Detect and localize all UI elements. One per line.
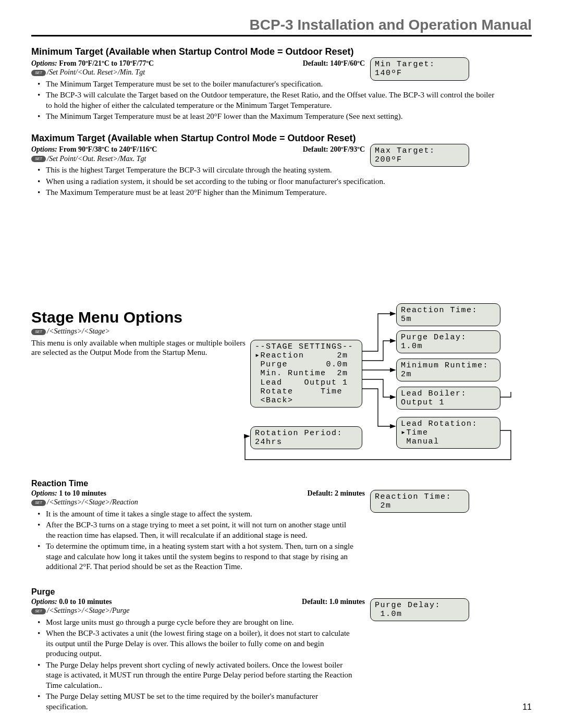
set-icon: SET bbox=[31, 608, 46, 614]
purge-options: Options: 0.0 to 10 minutes bbox=[31, 597, 112, 607]
max-target-heading: Maximum Target (Available when Startup C… bbox=[31, 132, 532, 144]
set-icon: SET bbox=[31, 500, 46, 506]
crumb-text: /<Settings>/<Stage> bbox=[47, 327, 110, 335]
diagram-arrows bbox=[250, 303, 532, 460]
options-label: Options: bbox=[31, 598, 57, 606]
section-purge: Purge Options: 0.0 to 10 minutes Default… bbox=[31, 587, 532, 712]
max-target-default: Default: 200ºF/93ºC bbox=[303, 145, 365, 154]
options-value: From 90ºF/38ºC to 240ºF/116ºC bbox=[59, 145, 157, 153]
crumb-text: /Set Point/<Out. Reset>/Max. Tgt bbox=[47, 155, 146, 163]
reaction-heading: Reaction Time bbox=[31, 478, 532, 489]
options-value: 1 to 10 minutes bbox=[59, 489, 106, 497]
options-label: Options: bbox=[31, 489, 57, 497]
section-min-target: Minimum Target (Available when Startup C… bbox=[31, 46, 532, 122]
crumb-text: /Set Point/<Out. Reset>/Min. Tgt bbox=[47, 68, 145, 76]
crumb-text: /<Settings>/<Stage>/Reaction bbox=[47, 498, 138, 506]
options-value: From 70ºF/21ºC to 170ºF/77ºC bbox=[59, 59, 154, 67]
reaction-options: Options: 1 to 10 minutes bbox=[31, 489, 106, 498]
set-icon: SET bbox=[31, 70, 46, 76]
lcd-reaction: Reaction Time: 2m bbox=[370, 490, 469, 513]
set-icon: SET bbox=[31, 156, 46, 162]
stage-menu-desc: This menu is only available when multipl… bbox=[31, 338, 255, 358]
purge-default: Default: 1.0 minutes bbox=[302, 597, 365, 607]
list-item: It is the amount of time it takes a sing… bbox=[46, 509, 354, 520]
crumb-text: /<Settings>/<Stage>/Purge bbox=[47, 607, 130, 614]
lcd-min-target: Min Target: 140ºF bbox=[370, 57, 469, 81]
list-item: To determine the optimum time, in a heat… bbox=[46, 541, 354, 572]
list-item: The Maximum Temperature must be at least… bbox=[46, 188, 500, 198]
max-target-options: Options: From 90ºF/38ºC to 240ºF/116ºC bbox=[31, 145, 157, 154]
page-header: BCP-3 Installation and Operation Manual bbox=[31, 16, 532, 36]
options-value: 0.0 to 10 minutes bbox=[59, 598, 112, 606]
list-item: When using a radiation system, it should… bbox=[46, 177, 500, 187]
min-target-options: Options: From 70ºF/21ºC to 170ºF/77ºC bbox=[31, 59, 154, 68]
section-stage-menu: --STAGE SETTINGS-- ▸Reaction 2m Purge 0.… bbox=[31, 307, 532, 464]
min-target-default: Default: 140ºF/60ºC bbox=[303, 59, 365, 68]
list-item: The Purge Delay setting MUST be set to t… bbox=[46, 692, 354, 712]
purge-heading: Purge bbox=[31, 587, 532, 597]
options-label: Options: bbox=[31, 145, 57, 153]
lcd-max-target: Max Target: 200ºF bbox=[370, 144, 469, 167]
list-item: The BCP-3 will calculate the Target base… bbox=[46, 90, 500, 110]
lcd-purge: Purge Delay: 1.0m bbox=[370, 598, 469, 622]
section-max-target: Maximum Target (Available when Startup C… bbox=[31, 132, 532, 198]
list-item: After the BCP-3 turns on a stage trying … bbox=[46, 520, 354, 540]
stage-menu-diagram: --STAGE SETTINGS-- ▸Reaction 2m Purge 0.… bbox=[250, 303, 521, 460]
options-label: Options: bbox=[31, 59, 57, 67]
reaction-default: Default: 2 minutes bbox=[308, 489, 365, 498]
set-icon: SET bbox=[31, 329, 46, 335]
list-item: The Purge Delay helps prevent short cycl… bbox=[46, 660, 354, 691]
page-number: 11 bbox=[522, 702, 532, 712]
list-item: Most large units must go through a purge… bbox=[46, 618, 354, 628]
list-item: The Minimum Target Temperature must be a… bbox=[46, 112, 500, 122]
min-target-heading: Minimum Target (Available when Startup C… bbox=[31, 46, 532, 58]
section-reaction-time: Reaction Time Options: 1 to 10 minutes D… bbox=[31, 478, 532, 572]
list-item: When the BCP-3 activates a unit (the low… bbox=[46, 628, 354, 659]
